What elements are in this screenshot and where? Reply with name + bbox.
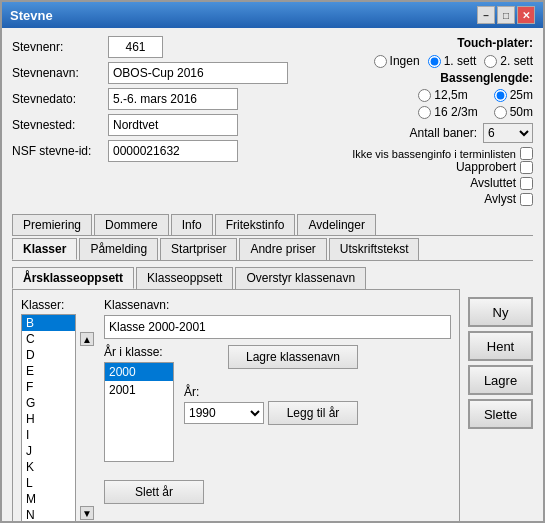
tabs-container-1: Premiering Dommere Info Fritekstinfo Avd… xyxy=(12,214,533,236)
minimize-button[interactable]: – xyxy=(477,6,495,24)
list-item[interactable]: I xyxy=(22,427,75,443)
scroll-up-arrow[interactable]: ▲ xyxy=(80,332,94,346)
tab-utskriftstekst[interactable]: Utskriftstekst xyxy=(329,238,420,260)
radio-2sett[interactable]: 2. sett xyxy=(484,54,533,68)
tab-startpriser[interactable]: Startpriser xyxy=(160,238,237,260)
stevnested-input[interactable] xyxy=(108,114,238,136)
radio-50m-input[interactable] xyxy=(494,106,507,119)
tab-fritekstinfo[interactable]: Fritekstinfo xyxy=(215,214,296,235)
tab-andrepriser[interactable]: Andre priser xyxy=(239,238,326,260)
radio-ingen[interactable]: Ingen xyxy=(374,54,420,68)
radio-2sett-input[interactable] xyxy=(484,55,497,68)
ar-select-row: År: 1988 1989 1990 1991 xyxy=(184,385,358,425)
avlyst-label: Avlyst xyxy=(484,192,516,206)
radio-162m-input[interactable] xyxy=(418,106,431,119)
radio-50m[interactable]: 50m xyxy=(494,105,533,119)
stevnested-label: Stevnested: xyxy=(12,118,102,132)
slett-ar-section: Slett år xyxy=(104,474,451,504)
list-item[interactable]: D xyxy=(22,347,75,363)
subtab-arsklasseoppsett[interactable]: Årsklasseoppsett xyxy=(12,267,134,289)
radio-162m[interactable]: 16 2/3m xyxy=(418,105,477,119)
tab-row-2: Klasser Påmelding Startpriser Andre pris… xyxy=(12,238,533,260)
radio-25m-input[interactable] xyxy=(494,89,507,102)
ny-button[interactable]: Ny xyxy=(468,297,533,327)
tab-avdelinger[interactable]: Avdelinger xyxy=(297,214,375,235)
antall-baner-select[interactable]: 6 8 10 xyxy=(483,123,533,143)
radio-25m[interactable]: 25m xyxy=(494,88,533,102)
tab-info[interactable]: Info xyxy=(171,214,213,235)
bassenglengde-label: Bassenglengde: xyxy=(440,71,533,85)
nsf-row: NSF stevne-id: xyxy=(12,140,303,162)
avsluttet-row: Avsluttet xyxy=(313,176,533,190)
nsf-input[interactable] xyxy=(108,140,238,162)
tab-klasser[interactable]: Klasser xyxy=(12,238,77,260)
klassenavn-section: Klassenavn: xyxy=(104,298,451,339)
list-item[interactable]: H xyxy=(22,411,75,427)
klasser-list[interactable]: B C D E F G H I J K xyxy=(21,314,76,521)
avlyst-checkbox[interactable] xyxy=(520,193,533,206)
radio-125m[interactable]: 12,5m xyxy=(418,88,477,102)
hent-button[interactable]: Hent xyxy=(468,331,533,361)
klassenavn-label: Klassenavn: xyxy=(104,298,451,312)
slett-ar-button[interactable]: Slett år xyxy=(104,480,204,504)
top-section: Stevnenr: Stevnenavn: Stevnedato: Stevne… xyxy=(12,36,533,208)
tab-dommere[interactable]: Dommere xyxy=(94,214,169,235)
slette-button[interactable]: Slette xyxy=(468,399,533,429)
avsluttet-checkbox[interactable] xyxy=(520,177,533,190)
subtab-klasseoppsett[interactable]: Klasseoppsett xyxy=(136,267,233,289)
lagre-button[interactable]: Lagre xyxy=(468,365,533,395)
tab-pamelding[interactable]: Påmelding xyxy=(79,238,158,260)
list-item[interactable]: M xyxy=(22,491,75,507)
list-item[interactable]: G xyxy=(22,395,75,411)
right-options: Touch-plater: Ingen 1. sett 2. sett xyxy=(313,36,533,208)
klassenavn-input[interactable] xyxy=(104,315,451,339)
close-button[interactable]: ✕ xyxy=(517,6,535,24)
stevnenavn-input[interactable] xyxy=(108,62,288,84)
right-buttons: Ny Hent Lagre Slette xyxy=(468,267,533,521)
title-bar: Stevne – □ ✕ xyxy=(2,2,543,28)
list-item[interactable]: K xyxy=(22,459,75,475)
stevnested-row: Stevnested: xyxy=(12,114,303,136)
panel-body: Klasser: B C D E F G H I xyxy=(12,289,460,521)
ar-label: År: xyxy=(184,385,358,399)
list-item[interactable]: C xyxy=(22,331,75,347)
list-item[interactable]: F xyxy=(22,379,75,395)
left-panel: Årsklasseoppsett Klasseoppsett Overstyr … xyxy=(12,267,460,521)
antall-baner-label: Antall baner: xyxy=(410,126,477,140)
radio-ingen-input[interactable] xyxy=(374,55,387,68)
klasser-list-container: Klasser: B C D E F G H I xyxy=(21,298,76,521)
maximize-button[interactable]: □ xyxy=(497,6,515,24)
avlyst-row: Avlyst xyxy=(313,192,533,206)
list-item[interactable]: L xyxy=(22,475,75,491)
uapprobert-row: Uapprobert xyxy=(313,160,533,174)
list-item[interactable]: 2001 xyxy=(105,381,173,399)
radio-125m-input[interactable] xyxy=(418,89,431,102)
stevnenr-input[interactable] xyxy=(108,36,163,58)
avsluttet-label: Avsluttet xyxy=(470,176,516,190)
right-details: Klassenavn: År i klasse: 2000 xyxy=(104,298,451,521)
list-item[interactable]: J xyxy=(22,443,75,459)
list-item[interactable]: N xyxy=(22,507,75,521)
stevnenr-label: Stevnenr: xyxy=(12,40,102,54)
ar-list[interactable]: 2000 2001 xyxy=(104,362,174,462)
scroll-arrows: ▲ ▼ xyxy=(80,298,94,521)
scroll-down-arrow[interactable]: ▼ xyxy=(80,506,94,520)
uapprobert-checkbox[interactable] xyxy=(520,161,533,174)
radio-1sett[interactable]: 1. sett xyxy=(428,54,477,68)
legg-til-ar-button[interactable]: Legg til år xyxy=(268,401,358,425)
stevnedato-row: Stevnedato: xyxy=(12,88,303,110)
stevnedato-input[interactable] xyxy=(108,88,238,110)
list-item[interactable]: E xyxy=(22,363,75,379)
subtab-overstyr[interactable]: Overstyr klassenavn xyxy=(235,267,366,289)
antall-baner-row: Antall baner: 6 8 10 xyxy=(313,123,533,143)
ikke-vis-checkbox[interactable] xyxy=(520,147,533,160)
list-item[interactable]: 2000 xyxy=(105,363,173,381)
list-item[interactable]: B xyxy=(22,315,75,331)
window-title: Stevne xyxy=(10,8,53,23)
lagre-klassenavn-button[interactable]: Lagre klassenavn xyxy=(228,345,358,369)
content-area: Stevnenr: Stevnenavn: Stevnedato: Stevne… xyxy=(2,28,543,521)
tab-premiering[interactable]: Premiering xyxy=(12,214,92,235)
stevnenavn-row: Stevnenavn: xyxy=(12,62,303,84)
radio-1sett-input[interactable] xyxy=(428,55,441,68)
ar-year-select[interactable]: 1988 1989 1990 1991 1992 1993 1994 xyxy=(184,402,264,424)
